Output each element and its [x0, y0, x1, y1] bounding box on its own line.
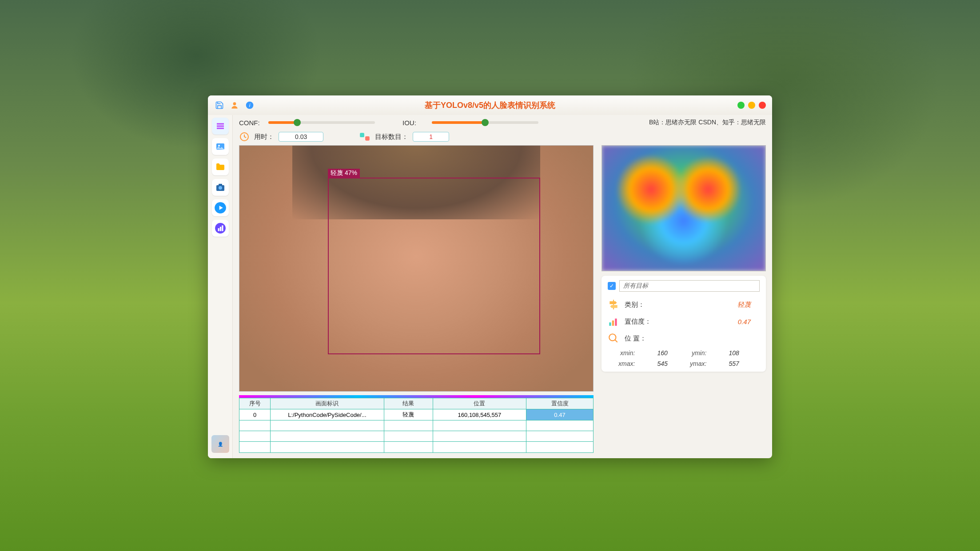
- credits-text: B站：思绪亦无限 CSDN、知乎：思绪无限: [649, 119, 766, 127]
- detection-bbox: 轻蔑 47%: [328, 178, 540, 354]
- col-location: 位置: [433, 398, 526, 409]
- preview-image: 轻蔑 47%: [239, 145, 594, 392]
- target-checkbox[interactable]: ✓: [608, 282, 616, 290]
- save-icon[interactable]: [214, 100, 225, 111]
- count-label: 目标数目：: [375, 133, 408, 141]
- sidebar: 👤: [208, 115, 233, 458]
- svg-point-9: [219, 186, 222, 190]
- results-table: 序号 画面标识 结果 位置 置信度 0 L:/PythonCode/PySide…: [239, 398, 594, 453]
- svg-text:i: i: [249, 102, 251, 108]
- xmin-value: 160: [641, 349, 684, 357]
- svg-rect-19: [365, 136, 370, 141]
- count-value: 1: [413, 132, 449, 142]
- user-avatar[interactable]: 👤: [211, 435, 229, 453]
- titlebar: i 基于YOLOv8/v5的人脸表情识别系统: [208, 95, 772, 115]
- time-label: 用时：: [254, 133, 274, 141]
- info-icon[interactable]: i: [244, 100, 255, 111]
- col-image: 画面标识: [271, 398, 384, 409]
- ymax-value: 557: [713, 360, 755, 367]
- svg-line-24: [615, 340, 617, 342]
- pos-label: 位 置：: [625, 334, 656, 343]
- target-dropdown[interactable]: 所有目标: [619, 280, 760, 292]
- svg-rect-18: [360, 133, 364, 137]
- svg-rect-20: [609, 322, 611, 326]
- svg-point-0: [233, 102, 236, 105]
- xmax-value: 545: [641, 360, 684, 367]
- time-value: 0.03: [279, 132, 323, 142]
- table-row[interactable]: 0 L:/PythonCode/PySideCode/... 轻蔑 160,10…: [239, 409, 593, 420]
- search-icon: [608, 333, 619, 344]
- minimize-button[interactable]: [737, 102, 745, 109]
- conf-value: 0.47: [738, 318, 760, 325]
- user-icon[interactable]: [229, 100, 240, 111]
- folder-icon[interactable]: [212, 159, 229, 175]
- maximize-button[interactable]: [748, 102, 755, 109]
- play-icon[interactable]: [212, 199, 229, 216]
- svg-point-23: [609, 334, 616, 341]
- detail-panel: ✓ 所有目标 类别： 轻蔑 置信度： 0.47: [602, 276, 766, 372]
- heatmap-image: [602, 145, 766, 271]
- count-icon: [359, 131, 370, 143]
- ymin-value: 108: [713, 349, 755, 357]
- menu-icon[interactable]: [212, 118, 229, 135]
- conf-label: CONF:: [239, 119, 261, 127]
- bbox-label: 轻蔑 47%: [328, 169, 360, 178]
- class-value: 轻蔑: [737, 301, 760, 309]
- conf-slider[interactable]: [268, 121, 375, 124]
- svg-point-7: [218, 145, 220, 147]
- iou-slider[interactable]: [432, 121, 538, 124]
- close-button[interactable]: [759, 102, 766, 109]
- chart-icon[interactable]: [212, 220, 229, 237]
- signpost-icon: [608, 299, 619, 310]
- svg-rect-16: [222, 226, 223, 231]
- svg-rect-22: [615, 319, 617, 326]
- clock-icon: [239, 131, 250, 142]
- svg-rect-15: [219, 227, 221, 231]
- bars-icon: [608, 316, 619, 327]
- iou-label: IOU:: [402, 119, 425, 127]
- camera-icon[interactable]: [212, 179, 229, 196]
- svg-rect-10: [219, 184, 222, 186]
- coords-grid: xmin:160 ymin:108 xmax:545 ymax:557: [608, 347, 760, 367]
- col-result: 结果: [384, 398, 433, 409]
- app-window: i 基于YOLOv8/v5的人脸表情识别系统 👤 CONF:: [208, 95, 772, 458]
- col-index: 序号: [239, 398, 271, 409]
- app-title: 基于YOLOv8/v5的人脸表情识别系统: [425, 100, 555, 111]
- conf-label: 置信度：: [625, 317, 656, 326]
- col-conf: 置信度: [526, 398, 593, 409]
- class-label: 类别：: [625, 301, 656, 309]
- svg-rect-21: [612, 321, 614, 326]
- image-icon[interactable]: [212, 138, 229, 155]
- svg-rect-14: [218, 228, 219, 231]
